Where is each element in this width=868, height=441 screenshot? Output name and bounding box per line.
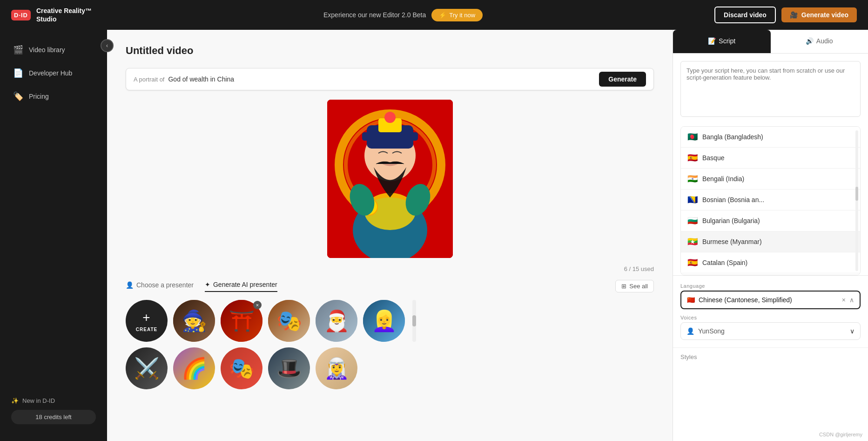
main-layout: ‹ 🎬 Video library 📄 Developer Hub 🏷️ Pri… (0, 30, 868, 441)
tab-generate-ai[interactable]: ✦ Generate AI presenter (205, 281, 277, 292)
flag-basque: 🇪🇸 (687, 153, 698, 163)
script-icon: 📝 (708, 37, 716, 45)
avatar-img-warrior: ⚔️ (126, 347, 168, 389)
chevron-up-icon[interactable]: ∧ (849, 296, 854, 304)
video-library-icon: 🎬 (13, 45, 23, 55)
flag-bosnian: 🇧🇦 (687, 195, 698, 205)
script-textarea[interactable] (680, 61, 861, 117)
discard-button[interactable]: Discard video (714, 7, 776, 23)
avatar-beard-sage[interactable]: 🧙 (173, 300, 215, 342)
avatar-blonde-woman[interactable]: 👱‍♀️ (363, 300, 405, 342)
person-icon: 👤 (126, 281, 134, 289)
flag-bengali: 🇮🇳 (687, 174, 698, 184)
language-dropdown-list: 🇧🇩 Bangla (Bangladesh) 🇪🇸 Basque 🇮🇳 Beng… (680, 126, 861, 275)
person-voice-icon: 👤 (686, 327, 694, 335)
plus-icon: + (142, 310, 150, 325)
voices-dropdown[interactable]: 👤 YunSong ∨ (680, 322, 861, 340)
voices-field-group: Voices 👤 YunSong ∨ (680, 315, 861, 340)
selected-language-inner: 🇨🇳 Chinese (Cantonese, Simplified) (687, 296, 792, 304)
avatar-warrior[interactable]: ⚔️ (126, 347, 168, 389)
prompt-bar: A portrait of Generate (126, 68, 654, 90)
brand-name: Creative Reality™ Studio (36, 7, 92, 23)
watermark: CSDN @girljeremy (819, 432, 862, 437)
lang-item-catalan[interactable]: 🇪🇸 Catalan (Spain) (681, 252, 860, 273)
script-area (673, 54, 868, 126)
avatar-img-blonde-woman: 👱‍♀️ (363, 300, 405, 342)
generate-video-button[interactable]: 🎥 Generate video (781, 7, 857, 22)
prompt-input[interactable] (168, 75, 599, 83)
lang-item-bulgarian[interactable]: 🇧🇬 Bulgarian (Bulgaria) (681, 210, 860, 231)
tab-audio[interactable]: 🔊 Audio (771, 30, 868, 53)
sidebar-item-pricing[interactable]: 🏷️ Pricing (6, 86, 101, 107)
see-all-button[interactable]: ⊞ See all (615, 280, 654, 292)
topbar: D·ID Creative Reality™ Studio Experience… (0, 0, 868, 30)
flag-catalan: 🇪🇸 (687, 258, 698, 268)
avatar-img-ornate: 🎭 (268, 300, 310, 342)
voices-label: Voices (680, 315, 861, 320)
scroll-track-row1 (412, 300, 416, 342)
avatar-img-fantasy: 🧝‍♀️ (316, 347, 357, 389)
generate-button[interactable]: Generate (599, 72, 646, 87)
scroll-thumb-row1 (412, 315, 416, 326)
avatar-chinese-god[interactable]: ⛩️ × (221, 300, 262, 342)
avatar-masked[interactable]: 🎭 (221, 347, 262, 389)
page-title: Untitled video (126, 45, 654, 57)
avatar-santa[interactable]: 🎅 (316, 300, 357, 342)
flag-bangla: 🇧🇩 (687, 132, 698, 142)
new-in-did[interactable]: ✨ New in D-ID (11, 397, 96, 404)
panel-bottom: Language 🇨🇳 Chinese (Cantonese, Simplifi… (673, 275, 868, 347)
presenter-grid-row2: ⚔️ 🌈 🎭 🎩 🧝‍♀️ (126, 347, 654, 389)
lightning-icon: ⚡ (439, 12, 446, 19)
logo: D·ID (11, 10, 31, 20)
language-field-group: Language 🇨🇳 Chinese (Cantonese, Simplifi… (680, 283, 861, 309)
styles-section: Styles (673, 347, 868, 366)
lang-item-burmese[interactable]: 🇲🇲 Burmese (Myanmar) (681, 231, 860, 252)
language-field-label: Language (680, 283, 861, 289)
svg-rect-7 (362, 132, 418, 141)
topbar-center: Experience our new Editor 2.0 Beta ⚡ Try… (323, 9, 483, 21)
sidebar-bottom: ✨ New in D-ID 18 credits left (0, 390, 107, 432)
lang-item-bangla[interactable]: 🇧🇩 Bangla (Bangladesh) (681, 127, 860, 148)
selected-language-field[interactable]: 🇨🇳 Chinese (Cantonese, Simplified) × ∧ (680, 291, 861, 309)
avatar-img-man-hat: 🎩 (268, 347, 310, 389)
lang-item-bosnian[interactable]: 🇧🇦 Bosnian (Bosnia an... (681, 190, 860, 210)
selected-flag: 🇨🇳 (687, 296, 695, 304)
content-area: Untitled video A portrait of Generate (107, 30, 673, 441)
svg-point-9 (384, 112, 396, 123)
avatar-man-hat[interactable]: 🎩 (268, 347, 310, 389)
right-panel: 📝 Script 🔊 Audio 🇧🇩 Bangla (Bangladesh) … (673, 30, 868, 441)
lang-item-basque[interactable]: 🇪🇸 Basque (681, 148, 860, 169)
tab-script[interactable]: 📝 Script (673, 30, 771, 53)
avatar-ornate[interactable]: 🎭 (268, 300, 310, 342)
topbar-right: Discard video 🎥 Generate video (714, 7, 857, 23)
sidebar-collapse-button[interactable]: ‹ (101, 39, 114, 52)
pricing-icon: 🏷️ (13, 91, 23, 102)
image-preview-container: 💰 (126, 100, 654, 258)
sidebar-item-video-library[interactable]: 🎬 Video library (6, 39, 101, 61)
avatar-fantasy[interactable]: 🧝‍♀️ (316, 347, 357, 389)
lang-item-bengali[interactable]: 🇮🇳 Bengali (India) (681, 169, 860, 190)
presenter-section: 👤 Choose a presenter ✦ Generate AI prese… (126, 280, 654, 389)
language-scrollbar-track (855, 130, 858, 271)
voice-name: YunSong (698, 327, 725, 335)
remove-avatar-button[interactable]: × (253, 301, 262, 309)
create-presenter-button[interactable]: + CREATE (126, 300, 168, 342)
avatar-colorful[interactable]: 🌈 (173, 347, 215, 389)
tab-choose-presenter[interactable]: 👤 Choose a presenter (126, 281, 194, 292)
editor-notice: Experience our new Editor 2.0 Beta (323, 11, 426, 19)
avatar-img-beard-sage: 🧙 (173, 300, 215, 342)
lang-item-chinese[interactable]: 🇨🇳 Chinese (681, 273, 860, 275)
presenter-grid-row1: + CREATE 🧙 ⛩️ × 🎭 🎅 (126, 300, 654, 342)
presenter-tabs: 👤 Choose a presenter ✦ Generate AI prese… (126, 281, 277, 292)
avatar-img-santa: 🎅 (316, 300, 357, 342)
usage-info: 6 / 15 used (126, 265, 654, 272)
try-now-button[interactable]: ⚡ Try it now (431, 9, 483, 21)
sidebar-nav: 🎬 Video library 📄 Developer Hub 🏷️ Prici… (0, 39, 107, 107)
sidebar: ‹ 🎬 Video library 📄 Developer Hub 🏷️ Pri… (0, 30, 107, 441)
sidebar-item-developer-hub[interactable]: 📄 Developer Hub (6, 62, 101, 84)
clear-language-icon[interactable]: × (842, 296, 846, 304)
flag-bulgarian: 🇧🇬 (687, 216, 698, 226)
language-controls: × ∧ (842, 296, 854, 304)
voices-inner: 👤 YunSong (686, 327, 725, 335)
right-panel-tabs: 📝 Script 🔊 Audio (673, 30, 868, 54)
